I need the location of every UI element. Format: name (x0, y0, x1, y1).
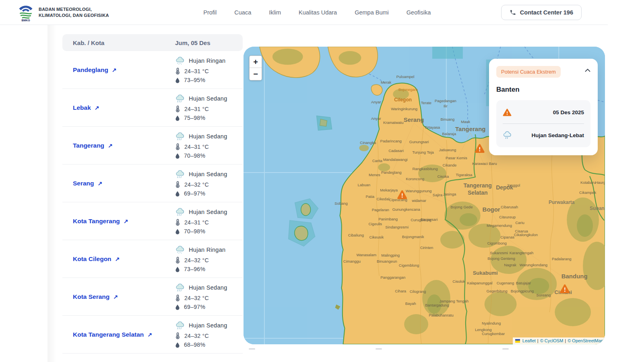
region-link[interactable]: Kota Tangerang ↗ (62, 218, 175, 225)
map-place-label: Rangkasbitung (412, 167, 438, 171)
map-place-label: Cadasari (388, 148, 404, 153)
map-place-label: Puloampel (396, 74, 415, 79)
rain-cloud-icon (175, 170, 186, 179)
region-link[interactable]: Kota Serang ↗ (62, 293, 175, 300)
region-link[interactable]: Tangerang ↗ (62, 142, 175, 149)
temperature-range: 24–31 °C (184, 219, 209, 226)
map-place-label: Citeureup (499, 215, 516, 219)
map-attribution: Leaflet | © CyclOSM | © OpenStreetMap (513, 337, 605, 344)
nav-item-iklim[interactable]: Iklim (269, 9, 281, 16)
map-place-label: Anyar (371, 100, 381, 104)
nav-item-gempa-bumi[interactable]: Gempa Bumi (355, 9, 389, 16)
zoom-out-button[interactable]: − (250, 68, 262, 80)
map-place-label: Binuangeun (377, 259, 397, 263)
column-header-region: Kab. / Kota (62, 39, 175, 46)
thermometer-icon (175, 181, 180, 188)
map-place-label: Koroncong (406, 177, 424, 181)
rain-cloud-icon (175, 245, 186, 254)
temperature-range: 24–32 °C (184, 333, 209, 339)
popup-detail-card: 05 Des 2025 Hujan Sedang-Lebat (496, 100, 590, 147)
map-place-label: Banjarsari (421, 217, 438, 222)
map-place-label: Palabuhanratu (429, 313, 454, 317)
map-place-label: Bogor (483, 206, 500, 213)
map-place-label: Pagedangan (435, 99, 456, 103)
map-place-label: Bantargadung (425, 303, 449, 307)
region-name: Kota Serang (73, 293, 109, 300)
temperature-range: 24–32 °C (184, 295, 209, 301)
map-place-label: Nyalindung (482, 321, 501, 325)
thermometer-icon (175, 219, 180, 226)
cyclosm-link[interactable]: © CyclOSM (540, 338, 564, 343)
external-link-icon: ↗ (108, 142, 113, 149)
osm-link[interactable]: © OpenStreetMap (568, 338, 603, 343)
map-place-label: Padalarang (552, 257, 571, 261)
bmkg-logo-link[interactable]: BMKG BADAN METEOROLOGI, KLIMATOLOGI, DAN… (17, 3, 109, 22)
forecast-table: Kab. / Kota Jum, 05 Des Pandeglang ↗ (62, 34, 243, 354)
region-link[interactable]: Lebak ↗ (62, 104, 175, 111)
humidity-range: 69–97% (184, 190, 205, 197)
weather-cell: Hujan Ringan 24–31 °C 73–95% (175, 56, 225, 83)
map-place-label: Bayah (405, 301, 416, 306)
map-place-label: Cihara (395, 289, 407, 293)
condition-label: Hujan Sedang (189, 322, 227, 329)
region-link[interactable]: Kota Cilegon ↗ (62, 255, 175, 263)
map-place-label: Megamendung (487, 223, 512, 228)
rain-cloud-icon (503, 131, 512, 140)
map-place-label: Bojong Gede (450, 205, 473, 209)
condition-label: Hujan Sedang (189, 209, 227, 215)
table-row: Pandeglang ↗ Hujan Ringan (62, 51, 243, 89)
region-name: Kota Cilegon (73, 255, 111, 263)
map-place-label: Cinangka (360, 140, 376, 145)
thermometer-icon (175, 332, 180, 339)
map-place-label: Warungkondang (520, 263, 547, 267)
map-place-label: Ilir (444, 104, 448, 108)
region-link[interactable]: Pandeglang ↗ (62, 66, 175, 74)
external-link-icon: ↗ (95, 105, 99, 111)
map-place-label: Anyar (371, 116, 381, 121)
humidity-droplet-icon (175, 266, 180, 272)
map-place-label: Kramatwatu (383, 120, 403, 125)
nav-item-cuaca[interactable]: Cuaca (234, 9, 251, 16)
temperature-range: 24–31 °C (184, 144, 209, 150)
nav-item-geofisika[interactable]: Geofisika (407, 9, 431, 16)
weather-cell: Hujan Sedang 24–31 °C 70–98% (175, 208, 227, 234)
map-place-label: Jampang Tengah (440, 299, 469, 303)
map-place-label: Tirtayasa (425, 125, 440, 130)
weather-cell: Hujan Sedang 24–32 °C 68–98% (175, 321, 227, 348)
warning-triangle-icon (503, 108, 512, 116)
region-name: Tangerang (73, 142, 104, 149)
zoom-in-button[interactable]: + (250, 56, 262, 68)
humidity-droplet-icon (175, 228, 180, 234)
map-place-label: Cilograng (410, 289, 426, 294)
leaflet-link[interactable]: Leaflet (522, 338, 536, 343)
humidity-range: 70–98% (184, 152, 205, 159)
thermometer-icon (175, 143, 180, 150)
nav-item-profil[interactable]: Profil (203, 9, 217, 16)
humidity-range: 70–98% (184, 228, 205, 234)
map-place-label: Merak (381, 80, 392, 84)
humidity-range: 73–96% (184, 266, 205, 272)
region-link[interactable]: Kota Tangerang Selatan ↗ (62, 331, 175, 338)
map-place-label: Sindangresmi (385, 225, 409, 229)
map-place-label: Pagelaran (372, 208, 389, 212)
humidity-droplet-icon (175, 153, 180, 159)
nav-item-kualitas-udara[interactable]: Kualitas Udara (299, 9, 337, 16)
temperature-range: 24–32 °C (184, 181, 209, 188)
map-place-label: Mauk (461, 119, 470, 124)
map-place-label: Cirinten (420, 245, 433, 250)
column-header-date: Jum, 05 Des (175, 39, 211, 46)
map-place-label: Cikedal (376, 197, 389, 201)
map-place-label: Cikampek (579, 190, 596, 195)
humidity-droplet-icon (175, 115, 180, 121)
collapse-chevron-icon[interactable] (585, 68, 590, 72)
contact-center-button[interactable]: Contact Center 196 (501, 5, 582, 20)
map-place-label: Batujajar (516, 281, 531, 285)
leaflet-map[interactable]: MerakPuloampelBojonegaraCilegonWaringink… (244, 47, 605, 344)
page-dash (502, 348, 509, 350)
agency-name: BADAN METEOROLOGI, KLIMATOLOGI, DAN GEOF… (39, 6, 109, 19)
region-link[interactable]: Serang ↗ (62, 180, 175, 187)
popup-date: 05 Des 2025 (553, 109, 584, 115)
map-place-label: Terate (421, 101, 431, 105)
map-place-label: Binuang (441, 117, 455, 121)
map-place-label: Tangerang (464, 182, 492, 189)
